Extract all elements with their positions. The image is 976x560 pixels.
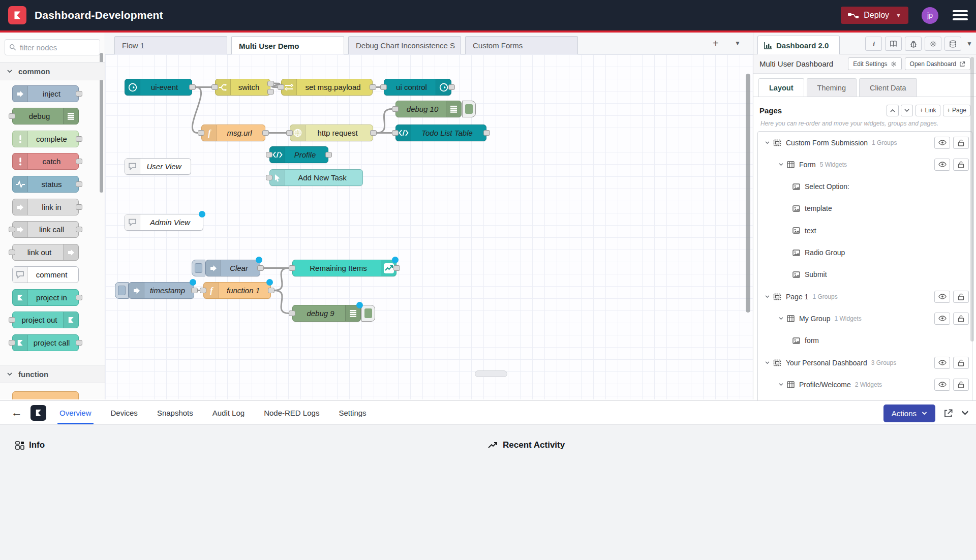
input-port[interactable] <box>9 250 15 255</box>
input-port[interactable] <box>9 113 15 119</box>
lock-button[interactable] <box>953 159 969 171</box>
output-port[interactable] <box>257 265 264 271</box>
add-link-button[interactable]: + Link <box>916 105 940 116</box>
output-port[interactable] <box>483 130 490 136</box>
tree-row-text[interactable]: text <box>758 220 972 241</box>
input-port[interactable] <box>278 84 284 90</box>
visibility-eye-button[interactable] <box>934 357 950 369</box>
visibility-eye-button[interactable] <box>934 291 950 303</box>
output-port[interactable] <box>268 288 274 293</box>
collapse-panel-icon[interactable] <box>961 411 969 416</box>
tree-row-form[interactable]: Form5 Widgets <box>758 153 972 175</box>
chevron-down-icon[interactable] <box>765 295 770 298</box>
input-port[interactable] <box>289 310 295 316</box>
tab-snapshots[interactable]: Snapshots <box>157 401 193 424</box>
output-port[interactable] <box>262 130 269 136</box>
tree-row-custom-form-submission[interactable]: Custom Form Submission1 Groups <box>758 132 972 153</box>
node-item[interactable] <box>12 391 79 399</box>
sidebar-menu-caret-icon[interactable]: ▼ <box>966 40 972 47</box>
node-project-in[interactable]: project in <box>12 289 79 306</box>
flow-tab-1[interactable]: Flow 1 <box>114 36 227 54</box>
node-comment[interactable]: comment <box>12 266 79 283</box>
chevron-down-icon[interactable] <box>779 317 783 320</box>
input-port[interactable] <box>392 130 399 136</box>
input-port[interactable] <box>289 265 295 271</box>
tab-dashboard-2[interactable]: Dashboard 2.0 <box>757 36 840 54</box>
node-catch[interactable]: catch <box>12 153 79 170</box>
tab-client-data[interactable]: Client Data <box>859 78 917 97</box>
edit-settings-button[interactable]: Edit Settings <box>848 57 901 70</box>
tab-devices[interactable]: Devices <box>111 401 138 424</box>
node-debug9[interactable]: debug 9 <box>292 305 361 322</box>
canvas-vscrollbar[interactable] <box>746 74 750 313</box>
node-complete[interactable]: complete <box>12 131 79 147</box>
back-button[interactable]: ← <box>11 406 22 419</box>
output-port[interactable] <box>325 152 332 158</box>
node-debug[interactable]: debug <box>12 108 79 125</box>
lock-button[interactable] <box>953 291 969 303</box>
tab-node-red-logs[interactable]: Node-RED Logs <box>264 401 319 424</box>
node-userview[interactable]: User View <box>125 158 191 175</box>
add-flow-button[interactable]: + <box>713 38 719 49</box>
node-link-out[interactable]: link out <box>12 244 79 261</box>
palette-category-common[interactable]: common <box>0 62 105 80</box>
add-page-button[interactable]: + Page <box>943 105 970 116</box>
actions-button[interactable]: Actions <box>883 405 935 422</box>
inject-button[interactable] <box>115 282 129 299</box>
node-ui-event[interactable]: ui-event <box>125 79 192 96</box>
node-http[interactable]: http request <box>290 125 373 141</box>
output-port[interactable] <box>76 295 82 300</box>
tree-row-my-group[interactable]: My Group1 Widgets <box>758 307 972 329</box>
tree-row-radio-group[interactable]: Radio Group <box>758 242 972 264</box>
input-port[interactable] <box>9 340 15 346</box>
open-dashboard-button[interactable]: Open Dashboard <box>905 57 970 70</box>
debug-toggle-button[interactable] <box>462 101 476 117</box>
node-adminview[interactable]: Admin View <box>125 214 203 231</box>
node-uicontrol[interactable]: ui control <box>384 79 451 96</box>
node-clear[interactable]: Clear <box>205 260 260 276</box>
tab-theming[interactable]: Theming <box>807 78 857 97</box>
output-port[interactable] <box>76 340 82 346</box>
tab-settings[interactable]: Settings <box>339 401 366 424</box>
flow-list-caret-icon[interactable]: ▼ <box>735 40 741 47</box>
info-sidebar-icon[interactable]: i <box>865 37 882 51</box>
debug-toggle-button[interactable] <box>361 305 375 322</box>
node-switch[interactable]: switch <box>215 79 270 96</box>
help-book-icon[interactable] <box>885 37 902 51</box>
output-port[interactable] <box>189 84 196 90</box>
tree-row-profile-welcome[interactable]: Profile/Welcome2 Widgets <box>758 374 972 395</box>
lock-button[interactable] <box>953 357 969 369</box>
node-todo[interactable]: Todo List Table <box>395 125 486 141</box>
tree-row-submit[interactable]: Submit <box>758 264 972 286</box>
visibility-eye-button[interactable] <box>934 137 950 149</box>
output-port[interactable] <box>370 84 376 90</box>
tree-row-your-personal-dashboard[interactable]: Your Personal Dashboard3 Groups <box>758 352 972 374</box>
output-port[interactable] <box>448 84 455 90</box>
node-timestamp[interactable]: timestamp <box>129 282 194 299</box>
node-project-call[interactable]: project call <box>12 334 79 351</box>
open-editor-icon[interactable] <box>943 409 953 418</box>
output-port[interactable] <box>76 204 82 210</box>
flow-tab-4[interactable]: Custom Forms <box>465 36 578 54</box>
chevron-down-icon[interactable] <box>765 361 770 364</box>
output-port-2[interactable] <box>267 89 274 95</box>
flow-tab-3[interactable]: Debug Chart Inconsistence S <box>348 36 461 54</box>
input-port[interactable] <box>392 106 399 112</box>
input-port[interactable] <box>198 130 204 136</box>
lock-button[interactable] <box>953 313 969 325</box>
tab-audit-log[interactable]: Audit Log <box>212 401 245 424</box>
deploy-caret-icon[interactable]: ▼ <box>896 12 901 18</box>
debug-bug-icon[interactable] <box>905 37 922 51</box>
lock-button[interactable] <box>953 137 969 149</box>
chevron-down-icon[interactable] <box>779 163 783 166</box>
move-down-button[interactable] <box>901 105 913 116</box>
input-port[interactable] <box>9 227 15 232</box>
main-menu-icon[interactable] <box>953 10 968 20</box>
output-port[interactable] <box>76 136 82 142</box>
node-project-out[interactable]: project out <box>12 312 79 328</box>
input-port[interactable] <box>9 317 15 323</box>
user-avatar[interactable]: jp <box>922 7 938 24</box>
visibility-eye-button[interactable] <box>934 159 950 171</box>
tab-overview[interactable]: Overview <box>59 401 92 424</box>
tree-row-template[interactable]: template <box>758 198 972 220</box>
